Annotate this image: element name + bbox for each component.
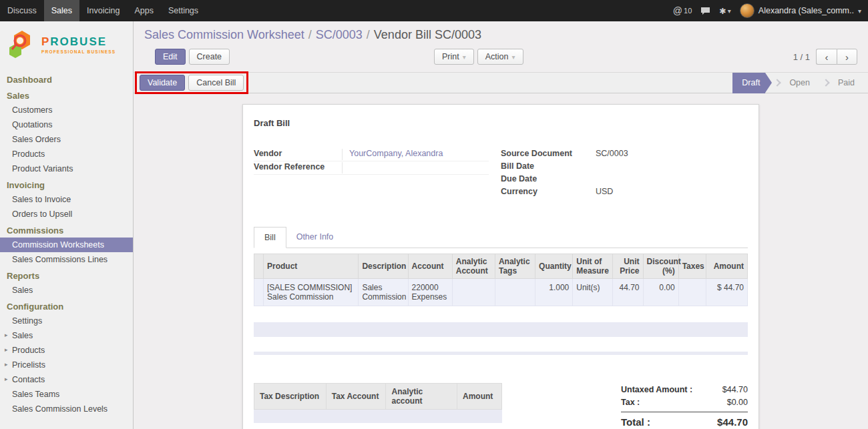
caret-down-icon: ▾ <box>858 7 861 15</box>
handle-column-header <box>254 254 264 279</box>
logo-hexagons-icon <box>7 29 37 60</box>
edit-button[interactable]: Edit <box>155 49 186 65</box>
vendor-reference-label: Vendor Reference <box>254 162 342 171</box>
bill-date-label: Bill Date <box>501 161 596 171</box>
print-dropdown-button[interactable]: Print▾ <box>434 49 474 65</box>
field-vendor: Vendor YourCompany, Alexandra <box>254 148 489 161</box>
top-menu-invoicing[interactable]: Invoicing <box>79 0 127 21</box>
mentions-counter[interactable]: @ 10 <box>673 5 692 16</box>
bill-line-row[interactable]: [SALES COMMISSION] Sales Commission Sale… <box>254 279 748 306</box>
col-unit-of-measure: Unit of Measure <box>573 254 613 279</box>
sidebar-section-reports[interactable]: Reports <box>0 267 133 283</box>
untaxed-amount-label: Untaxed Amount : <box>621 385 692 394</box>
sidebar-item-orders-to-upsell[interactable]: Orders to Upsell <box>0 207 133 222</box>
breadcrumb-sc0003[interactable]: SC/0003 <box>316 28 363 41</box>
sidebar-item-sales-teams[interactable]: Sales Teams <box>0 387 133 402</box>
sidebar: PROBUSE PROFESSIONAL BUSINESS Dashboard … <box>0 21 134 429</box>
sidebar-item-label: Sales <box>12 331 33 340</box>
untaxed-amount-row: Untaxed Amount : $44.70 <box>621 383 748 396</box>
chat-bubble-icon <box>700 7 710 15</box>
sidebar-section-dashboard[interactable]: Dashboard <box>0 71 133 87</box>
pager-next-button[interactable]: › <box>837 49 857 65</box>
action-dropdown-button[interactable]: Action▾ <box>477 49 523 65</box>
top-menu-apps[interactable]: Apps <box>127 0 161 21</box>
sidebar-item-sales-to-invoice[interactable]: Sales to Invoice <box>0 192 133 207</box>
sidebar-item-config-settings[interactable]: Settings <box>0 314 133 328</box>
sidebar-item-sales-commission-levels[interactable]: Sales Commission Levels <box>0 402 133 416</box>
breadcrumb-separator: / <box>367 28 370 41</box>
col-product: Product <box>264 254 359 279</box>
debug-icon: ✱ <box>719 6 726 16</box>
source-document-label: Source Document <box>501 149 596 158</box>
sidebar-item-label: Pricelists <box>12 360 45 370</box>
col-tax-analytic-account: Analytic account <box>386 384 457 410</box>
statusbar: Validate Cancel Bill Draft Open Paid <box>134 72 868 93</box>
sidebar-item-product-variants[interactable]: Product Variants <box>0 161 133 176</box>
col-tax-account: Tax Account <box>326 384 386 410</box>
vendor-reference-value <box>342 162 489 173</box>
logo-text: PROBUSE PROFESSIONAL BUSINESS <box>41 35 116 54</box>
sidebar-item-label: Contacts <box>12 375 45 384</box>
sidebar-section-invoicing[interactable]: Invoicing <box>0 176 133 192</box>
tab-bill[interactable]: Bill <box>254 227 286 248</box>
field-group-left: Vendor YourCompany, Alexandra Vendor Ref… <box>254 148 501 199</box>
breadcrumb-worksheets[interactable]: Sales Commission Worksheet <box>144 28 304 41</box>
sidebar-section-commissions[interactable]: Commissions <box>0 222 133 238</box>
sidebar-item-config-pricelists[interactable]: ▸Pricelists <box>0 358 133 372</box>
cancel-bill-button[interactable]: Cancel Bill <box>188 75 244 91</box>
tab-other-info[interactable]: Other Info <box>286 227 344 248</box>
sidebar-item-sales-commissions-lines[interactable]: Sales Commissions Lines <box>0 252 133 267</box>
sidebar-item-config-products[interactable]: ▸Products <box>0 343 133 358</box>
create-button[interactable]: Create <box>189 49 230 65</box>
caret-down-icon: ▾ <box>511 53 515 61</box>
debug-menu[interactable]: ✱ ▾ <box>719 6 731 16</box>
user-menu[interactable]: Alexandra (Sales_comm.. ▾ <box>740 3 861 18</box>
control-panel-buttons: Edit Create Print▾ Action▾ 1 / 1 ‹ › <box>155 49 857 66</box>
untaxed-amount-value: $44.70 <box>722 385 748 394</box>
empty-row-stripe <box>254 352 748 355</box>
vendor-value-link[interactable]: YourCompany, Alexandra <box>349 149 443 158</box>
top-menu-settings[interactable]: Settings <box>161 0 206 21</box>
messages-icon[interactable] <box>700 7 710 15</box>
top-menu-discuss[interactable]: Discuss <box>0 0 44 21</box>
col-tax-amount: Amount <box>457 384 502 410</box>
field-bill-date: Bill Date <box>501 161 748 173</box>
sidebar-item-products[interactable]: Products <box>0 147 133 161</box>
tax-label: Tax : <box>621 398 640 407</box>
pager: 1 / 1 ‹ › <box>793 49 857 65</box>
sidebar-item-commission-worksheets[interactable]: Commission Worksheets <box>0 238 133 252</box>
lines-header-row: Product Description Account Analytic Acc… <box>254 254 748 279</box>
status-draft[interactable]: Draft <box>732 73 765 93</box>
breadcrumb-separator: / <box>308 28 312 41</box>
form-view-container: Draft Bill Vendor YourCompany, Alexandra… <box>134 93 868 429</box>
status-open[interactable]: Open <box>785 78 814 87</box>
cell-taxes <box>678 279 706 306</box>
cell-account: 220000 Expenses <box>408 279 452 306</box>
pager-previous-button[interactable]: ‹ <box>816 49 837 65</box>
pager-count: 1 / 1 <box>793 52 810 62</box>
row-handle-cell <box>254 279 264 306</box>
sidebar-item-config-contacts[interactable]: ▸Contacts <box>0 372 133 387</box>
sidebar-section-sales[interactable]: Sales <box>0 87 133 103</box>
sidebar-section-configuration[interactable]: Configuration <box>0 298 133 314</box>
sidebar-item-customers[interactable]: Customers <box>0 103 133 117</box>
status-pipeline: Draft Open Paid <box>732 72 868 93</box>
sidebar-item-sales-orders[interactable]: Sales Orders <box>0 132 133 147</box>
status-paid[interactable]: Paid <box>834 78 859 87</box>
vendor-label: Vendor <box>254 149 342 158</box>
topbar-right: @ 10 ✱ ▾ Alexandra (Sales_comm.. ▾ <box>673 0 868 21</box>
field-groups: Vendor YourCompany, Alexandra Vendor Ref… <box>254 148 748 199</box>
sidebar-item-config-sales[interactable]: ▸Sales <box>0 328 133 343</box>
col-analytic-account: Analytic Account <box>452 254 495 279</box>
field-vendor-reference: Vendor Reference <box>254 161 489 175</box>
avatar <box>740 3 754 18</box>
cell-description: Sales Commission <box>359 279 408 306</box>
tax-value: $0.00 <box>727 398 748 407</box>
validate-button[interactable]: Validate <box>140 75 185 91</box>
col-taxes: Taxes <box>678 254 706 279</box>
logo-title: PROBUSE <box>41 35 116 49</box>
sidebar-item-reports-sales[interactable]: Sales <box>0 283 133 298</box>
top-menu-sales[interactable]: Sales <box>44 0 79 21</box>
empty-row-stripe <box>254 322 748 337</box>
sidebar-item-quotations[interactable]: Quotations <box>0 117 133 132</box>
